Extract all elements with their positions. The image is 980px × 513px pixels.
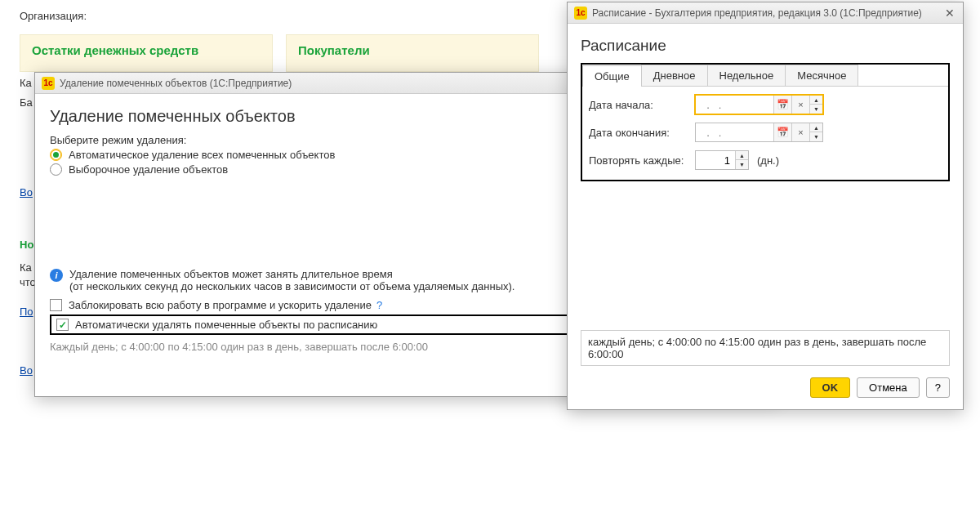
tab-weekly[interactable]: Недельное (707, 65, 786, 86)
radio-icon (50, 149, 62, 161)
schedule-dialog: 1c Расписание - Бухгалтерия предприятия,… (567, 2, 964, 410)
schedule-heading: Расписание (581, 37, 950, 55)
start-date-input[interactable]: 📅 × ▲▼ (695, 95, 823, 114)
start-date-field[interactable] (696, 96, 773, 114)
schedule-tabs: Общие Дневное Недельное Месячное (582, 65, 948, 87)
date-spinner[interactable]: ▲▼ (809, 123, 822, 141)
tab-general[interactable]: Общие (582, 65, 642, 87)
repeat-input[interactable]: ▲▼ (695, 150, 749, 170)
org-label: Организация: (20, 10, 87, 22)
repeat-unit: (дн.) (757, 154, 779, 167)
repeat-spinner[interactable]: ▲▼ (735, 151, 748, 169)
calendar-icon[interactable]: 📅 (773, 96, 791, 114)
tab-monthly[interactable]: Месячное (785, 65, 858, 86)
panel-balances-title: Остатки денежных средств (32, 43, 198, 57)
block-work-label: Заблокировать всю работу в программе и у… (69, 299, 372, 311)
schedule-tabs-frame: Общие Дневное Недельное Месячное Дата на… (581, 63, 950, 181)
info-text-2: (от нескольких секунд до нескольких часо… (69, 280, 514, 292)
cancel-button[interactable]: Отмена (857, 377, 920, 398)
clear-icon[interactable]: × (791, 96, 809, 114)
bg-link[interactable]: Во (20, 364, 33, 377)
repeat-field[interactable] (696, 151, 735, 169)
bg-stub: что (20, 276, 36, 288)
bg-link[interactable]: По (20, 306, 33, 318)
bg-stub: Ка (20, 77, 32, 89)
info-icon: i (50, 269, 63, 282)
panel-buyers-title: Покупатели (298, 43, 370, 57)
clear-icon[interactable]: × (791, 123, 809, 141)
ok-button[interactable]: OK (810, 377, 851, 398)
schedule-dialog-title: Расписание - Бухгалтерия предприятия, ре… (592, 7, 922, 19)
radio-icon (50, 163, 62, 176)
tab-daily[interactable]: Дневное (641, 65, 708, 86)
help-button[interactable]: ? (926, 377, 950, 398)
radio-manual-label: Выборочное удаление объектов (69, 163, 228, 176)
deletion-dialog-title: Удаление помеченных объектов (1С:Предпри… (60, 78, 292, 89)
calendar-icon[interactable]: 📅 (773, 123, 791, 141)
panel-balances[interactable]: Остатки денежных средств (20, 34, 273, 72)
end-date-field[interactable] (696, 123, 773, 141)
bg-link[interactable]: Во (20, 186, 33, 199)
bg-stub: Ка (20, 261, 32, 274)
schedule-dialog-titlebar[interactable]: 1c Расписание - Бухгалтерия предприятия,… (568, 2, 963, 24)
bg-stub: Но (20, 239, 33, 251)
app-icon: 1c (574, 7, 587, 20)
schedule-readout: каждый день; с 4:00:00 по 4:15:00 один р… (581, 330, 950, 366)
checkbox-icon (50, 299, 62, 311)
bg-stub: Ба (20, 96, 33, 109)
help-icon[interactable]: ? (376, 299, 382, 311)
close-icon[interactable]: ✕ (942, 7, 958, 20)
start-date-label: Дата начала: (589, 99, 695, 111)
info-text-1: Удаление помеченных объектов может занят… (69, 268, 514, 280)
panel-buyers[interactable]: Покупатели (286, 34, 539, 72)
radio-auto-label: Автоматическое удаление всех помеченных … (69, 149, 335, 161)
date-spinner[interactable]: ▲▼ (809, 96, 822, 114)
end-date-input[interactable]: 📅 × ▲▼ (695, 123, 823, 142)
repeat-label: Повторять каждые: (589, 154, 695, 167)
auto-schedule-checkbox[interactable] (56, 319, 69, 331)
app-icon: 1c (42, 77, 55, 90)
end-date-label: Дата окончания: (589, 127, 695, 139)
auto-schedule-label: Автоматически удалять помеченные объекты… (75, 319, 377, 331)
